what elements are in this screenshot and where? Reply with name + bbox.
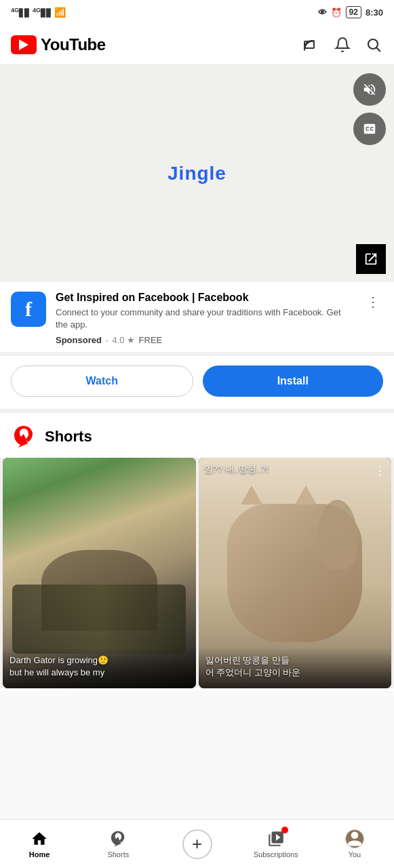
nav-item-add[interactable]: +	[157, 825, 236, 863]
nav-item-you[interactable]: You	[315, 825, 394, 863]
subscriptions-icon	[267, 829, 285, 848]
shorts-grid: Darth Gator is growing🙂 but he will alwa…	[0, 458, 394, 688]
ad-more-button[interactable]: ⋮	[363, 292, 383, 312]
status-left: 4G▋▊ 4G▊▊ 📶	[11, 7, 66, 18]
search-button[interactable]	[364, 35, 383, 54]
short-card-1-caption: Darth Gator is growing🙂 but he will alwa…	[9, 654, 189, 679]
nav-label-subscriptions: Subscriptions	[254, 850, 298, 859]
alarm-icon: ⏰	[331, 7, 342, 18]
header-icons	[302, 35, 383, 54]
rating-value: 4.0	[113, 335, 125, 345]
ad-description: Connect to your community and share your…	[56, 307, 353, 331]
ad-brand-name: Jingle	[168, 163, 226, 184]
nav-item-shorts[interactable]: Shorts	[79, 825, 157, 863]
network-indicator-2: 4G▊▊	[33, 7, 52, 18]
ad-action-buttons: Watch Install	[0, 356, 394, 413]
short-card-1-overlay: Darth Gator is growing🙂 but he will alwa…	[3, 648, 196, 688]
you-avatar	[345, 829, 364, 848]
ad-rating: 4.0 ★	[113, 335, 135, 345]
watch-button[interactable]: Watch	[11, 366, 193, 397]
short-card-2-top-label: 잉?? 내..땅콩..?!	[204, 463, 269, 475]
svg-point-1	[368, 39, 378, 49]
cc-button[interactable]	[353, 113, 386, 145]
ad-text-block: Get Inspired on Facebook | Facebook Conn…	[56, 292, 353, 345]
shorts-section: Shorts Darth Gator is growing🙂 but he wi…	[0, 413, 394, 691]
nav-label-you: You	[349, 850, 361, 859]
ad-title: Get Inspired on Facebook | Facebook	[56, 292, 353, 304]
wifi-icon: 📶	[54, 7, 66, 18]
ad-controls	[353, 73, 386, 145]
dot-separator: ·	[106, 335, 109, 345]
time-display: 8:30	[366, 7, 383, 18]
home-icon	[30, 829, 49, 848]
shorts-header: Shorts	[0, 413, 394, 458]
external-link-button[interactable]	[356, 244, 386, 274]
shorts-section-title: Shorts	[45, 428, 92, 446]
shorts-nav-icon	[109, 829, 127, 848]
star-icon: ★	[127, 335, 135, 345]
short-card-2[interactable]: 잉?? 내..땅콩..?! ⋮ 잃어버린 땅콩을 만들 어 주었더니 고양이 바…	[199, 458, 392, 688]
battery-indicator: 92	[346, 6, 361, 18]
ad-video-area[interactable]: Jingle	[0, 65, 394, 282]
app-header: YouTube	[0, 24, 394, 65]
nav-label-home: Home	[29, 850, 50, 859]
youtube-logo-text: YouTube	[41, 35, 106, 54]
cast-button[interactable]	[302, 35, 321, 54]
subscriptions-badge	[281, 827, 288, 833]
ad-meta: Sponsored · 4.0 ★ FREE	[56, 335, 353, 345]
youtube-logo-icon	[11, 35, 37, 54]
short-card-2-overlay: 잃어버린 땅콩을 만들 어 주었더니 고양이 바운	[199, 648, 392, 688]
facebook-icon: f	[11, 292, 46, 327]
short-card-1[interactable]: Darth Gator is growing🙂 but he will alwa…	[3, 458, 196, 688]
nav-item-subscriptions[interactable]: Subscriptions	[237, 825, 315, 863]
network-indicator: 4G▋▊	[11, 7, 30, 18]
ad-info-section: f Get Inspired on Facebook | Facebook Co…	[0, 282, 394, 356]
status-right: 👁 ⏰ 92 8:30	[318, 6, 383, 18]
nav-label-shorts: Shorts	[107, 850, 129, 859]
mute-button[interactable]	[353, 73, 386, 106]
short-card-2-more[interactable]: ⋮	[374, 463, 386, 478]
bottom-navigation: Home Shorts + Subscriptions	[0, 819, 394, 868]
ad-price: FREE	[139, 335, 163, 345]
add-button[interactable]: +	[182, 829, 212, 859]
short-card-2-caption: 잃어버린 땅콩을 만들 어 주었더니 고양이 바운	[205, 654, 385, 679]
nav-item-home[interactable]: Home	[0, 825, 79, 863]
eye-icon: 👁	[318, 7, 327, 18]
sponsored-label: Sponsored	[56, 335, 102, 345]
logo-container: YouTube	[11, 35, 302, 54]
user-avatar-circle	[345, 829, 364, 848]
svg-line-2	[377, 47, 381, 52]
status-bar: 4G▋▊ 4G▊▊ 📶 👁 ⏰ 92 8:30	[0, 0, 394, 24]
shorts-logo-icon	[11, 424, 37, 450]
install-button[interactable]: Install	[203, 366, 384, 397]
short-card-2-top: 잉?? 내..땅콩..?! ⋮	[204, 463, 387, 478]
notifications-button[interactable]	[333, 35, 352, 54]
